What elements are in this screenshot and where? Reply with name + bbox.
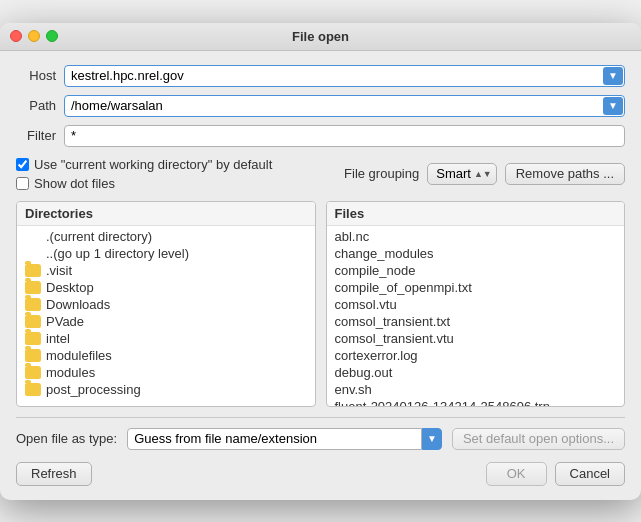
list-item[interactable]: env.sh xyxy=(327,381,625,398)
list-item[interactable]: cortexerror.log xyxy=(327,347,625,364)
file-grouping-area: File grouping Smart ▲▼ Remove paths ... xyxy=(344,163,625,185)
list-item-label: ..(go up 1 directory level) xyxy=(46,246,189,261)
list-item[interactable]: post_processing xyxy=(17,381,315,398)
host-input[interactable] xyxy=(64,65,625,87)
minimize-button[interactable] xyxy=(28,30,40,42)
directories-list[interactable]: .(current directory)..(go up 1 directory… xyxy=(17,226,315,406)
path-input[interactable] xyxy=(64,95,625,117)
set-default-button[interactable]: Set default open options... xyxy=(452,428,625,450)
window-controls xyxy=(10,30,58,42)
open-as-select-wrap: ▼ xyxy=(127,428,442,450)
list-item[interactable]: modules xyxy=(17,364,315,381)
directories-panel: Directories .(current directory)..(go up… xyxy=(16,201,316,407)
list-item[interactable]: ..(go up 1 directory level) xyxy=(17,245,315,262)
action-buttons: OK Cancel xyxy=(486,462,625,486)
checkbox-group: Use "current working directory" by defau… xyxy=(16,157,272,191)
open-as-row: Open file as type: ▼ Set default open op… xyxy=(16,428,625,450)
list-item[interactable]: .visit xyxy=(17,262,315,279)
open-as-dropdown-arrow[interactable]: ▼ xyxy=(422,428,442,450)
path-dropdown-arrow[interactable]: ▼ xyxy=(603,97,623,115)
path-input-wrap: ▼ xyxy=(64,95,625,117)
list-item[interactable]: compile_node xyxy=(327,262,625,279)
file-grouping-select[interactable]: Smart ▲▼ xyxy=(427,163,497,185)
list-item[interactable]: modulefiles xyxy=(17,347,315,364)
options-grouping-row: Use "current working directory" by defau… xyxy=(16,157,625,191)
list-item[interactable]: compile_of_openmpi.txt xyxy=(327,279,625,296)
close-button[interactable] xyxy=(10,30,22,42)
list-item-label: post_processing xyxy=(46,382,141,397)
directories-header: Directories xyxy=(17,202,315,226)
maximize-button[interactable] xyxy=(46,30,58,42)
host-input-wrap: ▼ xyxy=(64,65,625,87)
folder-icon xyxy=(25,315,41,328)
list-item[interactable]: Desktop xyxy=(17,279,315,296)
ok-button[interactable]: OK xyxy=(486,462,547,486)
files-header: Files xyxy=(327,202,625,226)
folder-icon xyxy=(25,383,41,396)
list-item[interactable]: debug.out xyxy=(327,364,625,381)
path-row: Path ▼ xyxy=(16,95,625,117)
list-item[interactable]: abl.nc xyxy=(327,228,625,245)
list-item[interactable]: PVade xyxy=(17,313,315,330)
filter-row: Filter xyxy=(16,125,625,147)
list-item[interactable]: comsol_transient.vtu xyxy=(327,330,625,347)
titlebar: File open xyxy=(0,23,641,51)
files-list[interactable]: abl.ncchange_modulescompile_nodecompile_… xyxy=(327,226,625,406)
refresh-button[interactable]: Refresh xyxy=(16,462,92,486)
smart-select-arrow: ▲▼ xyxy=(474,169,492,179)
folder-icon xyxy=(25,298,41,311)
open-as-label: Open file as type: xyxy=(16,431,117,446)
show-dot-checkbox[interactable] xyxy=(16,177,29,190)
list-item[interactable]: comsol.vtu xyxy=(327,296,625,313)
list-item[interactable]: comsol_transient.txt xyxy=(327,313,625,330)
use-cwd-label: Use "current working directory" by defau… xyxy=(34,157,272,172)
list-item[interactable]: intel xyxy=(17,330,315,347)
list-item-label: Downloads xyxy=(46,297,110,312)
list-item-label: modules xyxy=(46,365,95,380)
folder-icon xyxy=(25,332,41,345)
file-grouping-value: Smart xyxy=(436,166,471,181)
host-row: Host ▼ xyxy=(16,65,625,87)
path-label: Path xyxy=(16,98,64,113)
folder-icon xyxy=(25,349,41,362)
window-title: File open xyxy=(292,29,349,44)
list-item-label: .visit xyxy=(46,263,72,278)
filter-label: Filter xyxy=(16,128,64,143)
show-dot-label: Show dot files xyxy=(34,176,115,191)
folder-icon xyxy=(25,366,41,379)
list-item-label: intel xyxy=(46,331,70,346)
use-cwd-checkbox[interactable] xyxy=(16,158,29,171)
list-item-label: modulefiles xyxy=(46,348,112,363)
panels-row: Directories .(current directory)..(go up… xyxy=(16,201,625,407)
host-label: Host xyxy=(16,68,64,83)
list-item-label: Desktop xyxy=(46,280,94,295)
cancel-button[interactable]: Cancel xyxy=(555,462,625,486)
folder-icon xyxy=(25,281,41,294)
filter-input[interactable] xyxy=(64,125,625,147)
list-item[interactable]: fluent-20240126-134214-2548696.trn xyxy=(327,398,625,406)
list-item[interactable]: change_modules xyxy=(327,245,625,262)
folder-icon xyxy=(25,264,41,277)
list-item[interactable]: .(current directory) xyxy=(17,228,315,245)
open-as-input[interactable] xyxy=(127,428,422,450)
use-cwd-option[interactable]: Use "current working directory" by defau… xyxy=(16,157,272,172)
list-item-label: .(current directory) xyxy=(46,229,152,244)
list-item[interactable]: Downloads xyxy=(17,296,315,313)
file-open-dialog: File open Host ▼ Path ▼ Filter xyxy=(0,23,641,500)
list-item-label: PVade xyxy=(46,314,84,329)
files-panel: Files abl.ncchange_modulescompile_nodeco… xyxy=(326,201,626,407)
remove-paths-button[interactable]: Remove paths ... xyxy=(505,163,625,185)
bottom-row: Refresh OK Cancel xyxy=(16,462,625,486)
file-grouping-label: File grouping xyxy=(344,166,419,181)
host-dropdown-arrow[interactable]: ▼ xyxy=(603,67,623,85)
show-dot-option[interactable]: Show dot files xyxy=(16,176,272,191)
